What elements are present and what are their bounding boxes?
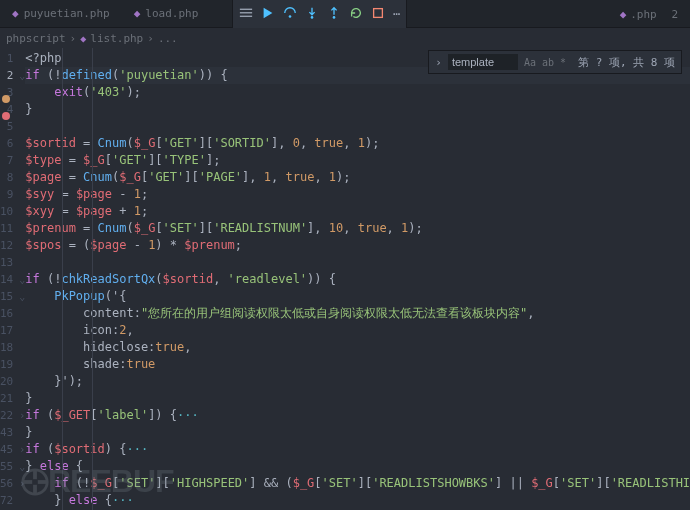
crumb[interactable]: list.php xyxy=(90,32,143,45)
svg-rect-2 xyxy=(240,15,252,16)
editor: 1234567891011121314151617181920212243455… xyxy=(0,48,690,510)
debug-toolbar: ⋯ xyxy=(232,0,407,28)
tab-puyuetian[interactable]: ◆puyuetian.php xyxy=(0,0,122,28)
php-icon: ◆ xyxy=(12,7,19,20)
step-out-icon[interactable] xyxy=(327,6,341,23)
menu-icon[interactable] xyxy=(239,6,253,23)
match-case[interactable]: Aa xyxy=(524,57,536,68)
svg-point-3 xyxy=(289,15,292,18)
continue-icon[interactable] xyxy=(261,6,275,23)
svg-rect-0 xyxy=(240,8,252,9)
breadcrumb[interactable]: phpscript› ◆ list.php› ... xyxy=(0,28,690,48)
tab-right[interactable]: ◆.php 2 xyxy=(620,0,678,28)
php-icon: ◆ xyxy=(620,8,627,21)
indent-guide xyxy=(92,48,93,510)
step-into-icon[interactable] xyxy=(305,6,319,23)
stop-icon[interactable] xyxy=(371,6,385,23)
svg-point-5 xyxy=(333,16,336,19)
tab-load[interactable]: ◆load.php xyxy=(122,0,211,28)
svg-rect-11 xyxy=(38,480,47,484)
crumb[interactable]: ... xyxy=(158,32,178,45)
crumb[interactable]: phpscript xyxy=(6,32,66,45)
tab-label: puyuetian.php xyxy=(24,7,110,20)
svg-point-4 xyxy=(311,16,314,19)
tab-label: load.php xyxy=(145,7,198,20)
svg-rect-8 xyxy=(33,469,37,478)
find-input[interactable] xyxy=(448,54,518,70)
breakpoint-icon[interactable] xyxy=(2,112,10,120)
php-icon: ◆ xyxy=(80,33,86,44)
svg-rect-1 xyxy=(240,12,252,13)
chevron-right-icon[interactable]: › xyxy=(435,56,442,69)
svg-rect-6 xyxy=(374,8,383,17)
svg-rect-9 xyxy=(33,484,37,493)
step-over-icon[interactable] xyxy=(283,6,297,23)
breakpoint-icon[interactable] xyxy=(2,95,10,103)
more-icon[interactable]: ⋯ xyxy=(393,7,400,21)
find-bar: › Aa ab * 第 ? 项, 共 8 项 xyxy=(428,50,682,74)
svg-rect-10 xyxy=(23,480,32,484)
watermark: REEBUF xyxy=(20,463,174,500)
indent-guide xyxy=(62,48,63,510)
code-area[interactable]: <?phpif (!defined('puyuetian')) { exit('… xyxy=(25,48,690,510)
restart-icon[interactable] xyxy=(349,6,363,23)
whole-word[interactable]: ab xyxy=(542,57,554,68)
regex[interactable]: * xyxy=(560,57,566,68)
php-icon: ◆ xyxy=(134,7,141,20)
find-status: 第 ? 项, 共 8 项 xyxy=(578,55,675,70)
